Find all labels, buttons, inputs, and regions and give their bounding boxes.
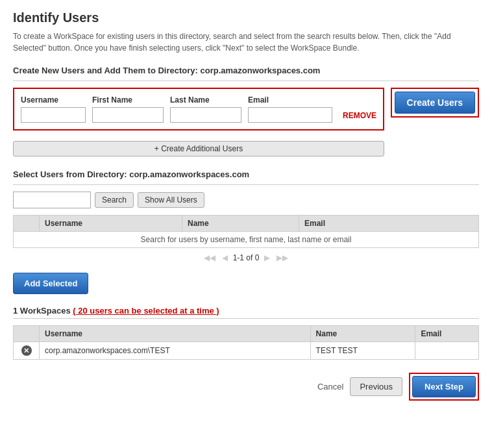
ws-table-row: ✕ corp.amazonworkspaces.com\TEST TEST TE… (14, 342, 479, 360)
ws-table-header-email: Email (415, 326, 479, 342)
username-field: Username (21, 95, 86, 123)
workspaces-title: 1 WorkSpaces ( 20 users can be selected … (13, 306, 479, 316)
last-name-input[interactable] (170, 107, 241, 123)
page-title: Identify Users (13, 10, 479, 25)
show-all-users-button[interactable]: Show All Users (138, 192, 204, 208)
username-input[interactable] (21, 107, 86, 123)
first-name-field: First Name (92, 95, 164, 123)
divider-1 (13, 81, 479, 81)
workspaces-count-label: 1 WorkSpaces (13, 306, 71, 316)
ws-row-name: TEST TEST (310, 342, 415, 360)
create-users-form-box: Username First Name Last Name Email (13, 88, 384, 131)
users-table-header-username: Username (40, 216, 182, 232)
create-users-button[interactable]: Create Users (395, 92, 475, 114)
search-row: Search Show All Users (13, 192, 479, 208)
add-selected-button[interactable]: Add Selected (13, 273, 88, 294)
ws-row-email (415, 342, 479, 360)
pagination-row: ◀◀ ◀ 1-1 of 0 ▶ ▶▶ (13, 253, 479, 262)
users-table-header-name: Name (182, 216, 299, 232)
ws-row-username: corp.amazonworkspaces.com\TEST (40, 342, 311, 360)
users-table-header-checkbox (14, 216, 40, 232)
last-name-label: Last Name (170, 95, 241, 105)
create-section-title: Create New Users and Add Them to Directo… (13, 66, 479, 75)
search-button[interactable]: Search (95, 192, 134, 208)
ws-table-header-name: Name (310, 326, 415, 342)
pagination-info: 1-1 of 0 (233, 253, 260, 262)
ws-table-header-row: Username Name Email (14, 326, 479, 342)
users-table-header-row: Username Name Email (14, 216, 479, 232)
last-page-button[interactable]: ▶▶ (275, 253, 289, 262)
email-input[interactable] (248, 107, 332, 123)
email-label: Email (248, 95, 332, 105)
workspaces-limit-label: ( 20 users can be selected at a time ) (73, 306, 219, 316)
remove-link[interactable]: REMOVE (343, 111, 376, 120)
email-field: Email (248, 95, 332, 123)
workspaces-table: Username Name Email ✕ corp.amazonworkspa… (13, 325, 479, 360)
first-name-input[interactable] (92, 107, 164, 123)
users-table-header-email: Email (299, 216, 479, 232)
next-step-button[interactable]: Next Step (412, 376, 476, 397)
create-users-left: Username First Name Last Name Email (13, 88, 384, 156)
create-additional-button[interactable]: + Create Additional Users (13, 141, 384, 156)
cancel-link[interactable]: Cancel (317, 382, 343, 392)
users-table-empty-message: Search for users by username, first name… (14, 232, 479, 248)
prev-page-button[interactable]: ◀ (221, 253, 229, 262)
first-name-label: First Name (92, 95, 164, 105)
create-users-section: Create New Users and Add Them to Directo… (13, 66, 479, 156)
workspaces-section: 1 WorkSpaces ( 20 users can be selected … (13, 306, 479, 360)
select-users-section: Select Users from Directory: corp.amazon… (13, 169, 479, 262)
users-table-empty-row: Search for users by username, first name… (14, 232, 479, 248)
first-page-button[interactable]: ◀◀ (203, 253, 217, 262)
divider-3 (13, 318, 479, 319)
last-name-field: Last Name (170, 95, 241, 123)
page-description: To create a WorkSpace for existing users… (13, 31, 479, 54)
divider-2 (13, 184, 479, 185)
next-step-wrapper: Next Step (409, 373, 479, 401)
search-input[interactable] (13, 192, 91, 208)
users-table: Username Name Email Search for users by … (13, 215, 479, 248)
select-section-title: Select Users from Directory: corp.amazon… (13, 169, 479, 179)
form-row: Username First Name Last Name Email (21, 95, 376, 123)
ws-row-remove[interactable]: ✕ (14, 342, 40, 360)
footer-row: Cancel Previous Next Step (13, 366, 479, 401)
create-users-button-wrapper: Create Users (391, 88, 479, 118)
ws-table-header-checkbox (14, 326, 40, 342)
next-page-button[interactable]: ▶ (263, 253, 271, 262)
ws-table-header-username: Username (40, 326, 311, 342)
previous-button[interactable]: Previous (350, 377, 402, 396)
remove-x-icon[interactable]: ✕ (21, 345, 32, 356)
create-users-row: Username First Name Last Name Email (13, 88, 479, 156)
username-label: Username (21, 95, 86, 105)
